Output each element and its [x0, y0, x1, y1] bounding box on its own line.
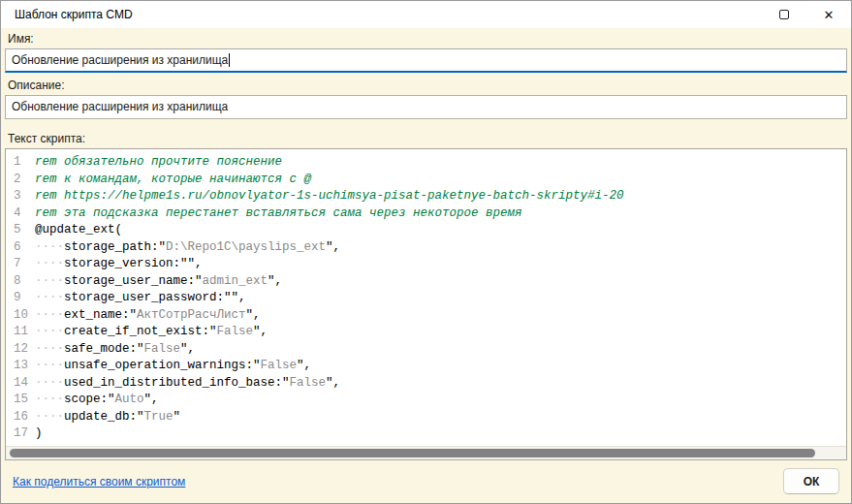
maximize-icon [779, 10, 789, 19]
code-line: ····safe_mode:"False", [35, 341, 846, 359]
line-number: 4 [14, 205, 35, 223]
name-label: Имя: [8, 32, 844, 46]
window-title: Шаблон скрипта CMD [1, 8, 762, 21]
code-line: rem эта подсказка перестанет вставляться… [35, 205, 846, 223]
code-line: ····storage_version:"", [35, 256, 846, 273]
maximize-button[interactable] [762, 1, 806, 28]
code-line: ····storage_user_name:"admin_ext", [35, 273, 846, 291]
code-line: ····storage_path:"D:\Repo1C\payslips_ext… [35, 239, 846, 257]
description-label: Описание: [8, 79, 844, 92]
name-input-value: Обновление расширения из хранилища [12, 53, 228, 67]
line-number: 16 [14, 409, 35, 426]
ok-button[interactable]: ОК [783, 468, 839, 494]
code-line: ····scope:"Auto", [35, 392, 846, 409]
code-line: @update_ext( [35, 222, 846, 239]
text-caret [229, 53, 230, 67]
code-line: rem обязательно прочтите пояснение [35, 154, 846, 172]
code-line: ) [35, 425, 846, 443]
code-line: ····used_in_distributed_info_base:"False… [35, 375, 846, 393]
horizontal-scrollbar[interactable] [6, 446, 846, 459]
line-number: 12 [14, 341, 35, 359]
name-input[interactable]: Обновление расширения из хранилища [5, 48, 847, 73]
line-number: 7 [14, 256, 35, 273]
script-editor[interactable]: 1234567891011121314151617 rem обязательн… [5, 148, 847, 460]
script-label: Текст скрипта: [8, 132, 844, 145]
line-number: 10 [14, 307, 35, 325]
code-line: rem к командам, которые начинаются с @ [35, 172, 846, 189]
editor-body[interactable]: 1234567891011121314151617 rem обязательн… [6, 149, 846, 446]
code-line: ····create_if_not_exist:"False", [35, 324, 846, 341]
code-line: ····storage_user_password:"", [35, 290, 846, 307]
code-line: rem https://helpme1s.ru/obnovlyator-1s-u… [35, 188, 846, 205]
close-icon: ✕ [824, 9, 835, 21]
line-number: 6 [14, 239, 35, 257]
description-input-value: Обновление расширения из хранилища [12, 100, 228, 113]
line-number: 13 [14, 358, 35, 375]
line-number: 1 [14, 154, 35, 172]
code-lines[interactable]: rem обязательно прочтите пояснениеrem к … [35, 154, 846, 446]
line-number: 2 [14, 172, 35, 189]
line-number: 5 [14, 222, 35, 239]
code-line: ····unsafe_operation_warnings:"False", [35, 358, 846, 375]
title-bar[interactable]: Шаблон скрипта CMD ✕ [1, 1, 851, 28]
line-number: 11 [14, 324, 35, 341]
line-number: 3 [14, 188, 35, 205]
line-numbers: 1234567891011121314151617 [6, 154, 35, 446]
code-line: ····update_db:"True" [35, 409, 846, 426]
line-number: 17 [14, 425, 35, 443]
share-script-link[interactable]: Как поделиться своим скриптом [13, 475, 185, 488]
line-number: 14 [14, 375, 35, 393]
scrollbar-thumb[interactable] [10, 449, 815, 457]
line-number: 15 [14, 392, 35, 409]
line-number: 9 [14, 290, 35, 307]
description-input[interactable]: Обновление расширения из хранилища [5, 95, 847, 119]
code-line: ····ext_name:"АктСотрРасчЛист", [35, 307, 846, 325]
dialog-window: { "window": { "title": "Шаблон скрипта C… [0, 0, 852, 504]
close-button[interactable]: ✕ [806, 1, 851, 28]
line-number: 8 [14, 273, 35, 291]
